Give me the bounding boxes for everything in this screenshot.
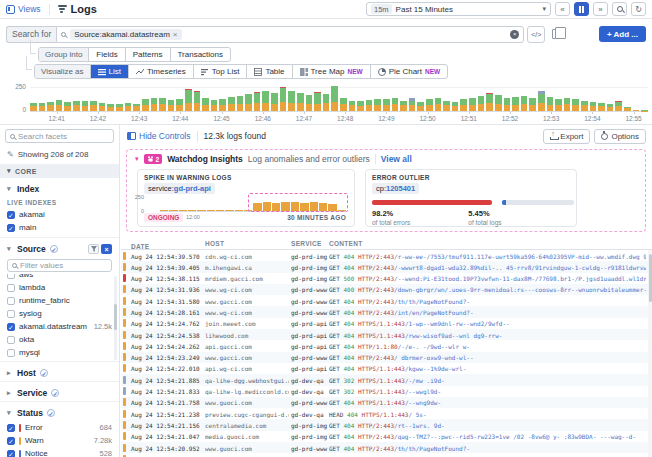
histogram-bar[interactable] [185,89,192,111]
error-outlier-card[interactable]: ERROR OUTLIER cp:1205401 98.2% of total … [365,169,577,227]
histogram-bar[interactable] [564,98,571,111]
table-row[interactable]: Aug 24 12:54:31.936www.wg-ci.comgd-prd-w… [121,284,652,295]
log-volume-histogram[interactable] [30,86,648,112]
table-row[interactable]: Aug 24 12:54:39.570cdn.wg-ci.comgd-prd-i… [121,250,652,261]
histogram-bar[interactable] [555,99,562,111]
checkbox[interactable]: ✓ [7,323,15,331]
table-row[interactable]: Aug 24 12:54:24.262api.gacci.comgd-prd-a… [121,340,652,351]
histogram-bar[interactable] [39,103,46,111]
histogram-bar[interactable] [435,98,442,111]
table-row[interactable]: Aug 24 12:54:20.143api.gacci.comgd-prd-a… [121,453,652,457]
index-item-main[interactable]: ✓main [0,221,119,234]
scrollbar[interactable] [114,276,117,360]
filter-icon[interactable] [88,244,99,254]
column-service[interactable]: SERVICE [291,240,322,247]
histogram-bar[interactable] [202,98,209,111]
pause-button[interactable] [574,2,589,16]
histogram-bar[interactable] [590,102,597,111]
histogram-bar[interactable] [47,102,54,111]
histogram-bar[interactable] [262,91,269,111]
source-item-okta[interactable]: okta [0,333,119,346]
histogram-bar[interactable] [133,104,140,111]
spike-insight-card[interactable]: SPIKE IN WARNING LOGS service:gd-prd-api… [137,169,355,227]
source-item-lambda[interactable]: lambda [0,281,119,294]
add-button[interactable]: + Add ... [599,26,646,42]
source-item-runtime_fabric[interactable]: runtime_fabric [0,294,119,307]
histogram-bar[interactable] [30,103,37,111]
search-input[interactable]: Source:akamai.datastream × × [56,26,524,43]
histogram-bar[interactable] [280,87,287,111]
checkbox[interactable] [7,274,15,279]
status-item-warn[interactable]: ✓Warn7.28k [0,434,119,447]
table-row[interactable]: Aug 24 12:54:21.758www.guoci.comgd-prd-w… [121,397,652,408]
histogram-bar[interactable] [409,98,416,111]
filter-values-field[interactable] [7,259,112,272]
histogram-bar[interactable] [486,93,493,111]
histogram-bar[interactable] [615,101,622,111]
histogram-bar[interactable] [211,100,218,111]
histogram-bar[interactable] [633,110,640,112]
skip-forward-button[interactable]: » [593,2,608,16]
histogram-bar[interactable] [73,101,80,111]
histogram-bar[interactable] [82,101,89,111]
histogram-bar[interactable] [400,101,407,111]
status-item-error[interactable]: ✓Error684 [0,421,119,434]
edit-icon[interactable]: ✎ [7,150,14,159]
histogram-bar[interactable] [99,103,106,111]
viz-option-timeseries[interactable]: Timeseries [129,65,194,78]
search-token[interactable]: Source:akamai.datastream × [70,29,181,40]
histogram-bar[interactable] [64,102,71,111]
scrollbar[interactable] [648,250,652,457]
histogram-bar[interactable] [624,107,631,111]
skip-back-button[interactable]: « [555,2,570,16]
source-item-syslog[interactable]: syslog [0,307,119,320]
histogram-bar[interactable] [452,102,459,111]
histogram-bar[interactable] [237,96,244,111]
viz-option-list[interactable]: List [91,65,129,78]
histogram-bar[interactable] [90,101,97,111]
export-button[interactable]: Export [543,129,590,144]
histogram-bar[interactable] [56,100,63,111]
status-facet-header[interactable]: ▾ Status ✓ [0,401,119,421]
views-button[interactable]: Views [6,4,41,14]
checkbox[interactable] [7,362,15,363]
table-row[interactable]: Aug 24 12:54:31.580www.gacci.comgd-prd-w… [121,295,652,306]
source-facet-header[interactable]: ▾ Source ✓ × [0,237,119,257]
status-item-notice[interactable]: ✓Notice528 [0,447,119,457]
table-row[interactable]: Aug 24 12:54:23.249www.gacci.comgd-prd-w… [121,352,652,363]
facet-search-input[interactable] [18,132,98,141]
checkbox[interactable]: ✓ [7,450,15,457]
source-item-postfix[interactable]: postfix [0,359,119,362]
source-item-aws[interactable]: aws [0,274,119,281]
checkbox[interactable]: ✓ [7,437,15,445]
histogram-bar[interactable] [219,99,226,111]
histogram-bar[interactable] [176,99,183,111]
source-item-akamai.datastream[interactable]: ✓akamai.datastream12.5k [0,320,119,333]
viz-option-pie-chart[interactable]: Pie Chart NEW [371,65,448,78]
histogram-bar[interactable] [331,86,338,111]
clear-search-icon[interactable]: × [510,30,519,39]
checkbox[interactable]: ✓ [7,224,15,232]
histogram-bar[interactable] [607,104,614,111]
histogram-bar[interactable] [572,99,579,111]
histogram-bar[interactable] [142,99,149,111]
table-row[interactable]: Aug 24 12:54:21.885qa-lihe-dgg.webhostgu… [121,374,652,385]
histogram-bar[interactable] [116,104,123,111]
viz-option-tree-map[interactable]: Tree Map NEW [293,65,371,78]
tab-transactions[interactable]: Transactions [171,48,231,61]
spike-service-chip[interactable]: service:gd-prd-api [144,183,215,194]
table-row[interactable]: Aug 24 12:54:22.010api.wg-ci.comgd-prd-a… [121,363,652,374]
table-row[interactable]: Aug 24 12:54:21.047media.guoci.comgd-prd… [121,431,652,442]
histogram-bar[interactable] [504,98,511,111]
hide-controls-button[interactable]: Hide Controls [127,131,191,141]
chevron-down-icon[interactable]: ▾ [135,155,139,163]
checkbox[interactable]: ✓ [7,211,15,219]
checkbox[interactable]: ✓ [7,424,15,432]
histogram-bar[interactable] [357,101,364,111]
filter-values-input[interactable] [20,261,94,270]
histogram-bar[interactable] [383,99,390,111]
table-row[interactable]: Aug 24 12:54:24.538lihewood.comgd-prd-ap… [121,329,652,340]
column-host[interactable]: HOST [205,240,224,247]
table-row[interactable]: Aug 24 12:54:21.156centralamedia.comgd-p… [121,419,652,430]
histogram-bar[interactable] [306,95,313,111]
